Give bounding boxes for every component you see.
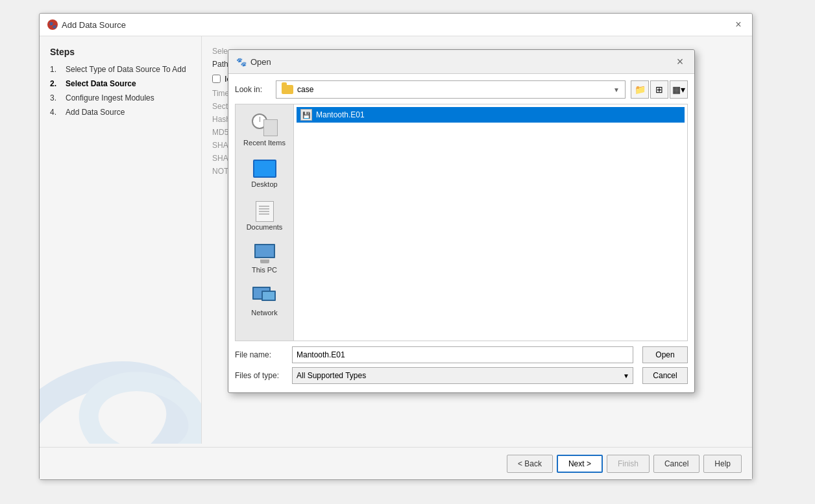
recent-items-icon [252,114,278,136]
main-window-title-text: Add Data Source [62,20,126,30]
recent-items-label: Recent Items [243,139,286,147]
file-icon: 💾 [300,109,312,121]
filename-label: File name: [235,350,287,359]
network-monitor2 [262,291,276,301]
look-in-arrow: ▼ [613,86,620,93]
dialog-titlebar: 🐾 Open × [228,50,694,74]
step-1-num: 1. [50,65,63,74]
step-3-label: Configure Ingest Modules [66,93,154,102]
open-dialog: 🐾 Open × Look in: case ▼ 📁 ⊞ [228,49,695,393]
step-3-num: 3. [50,93,63,102]
doc1 [256,201,274,222]
file-area: 💾 Mantooth.E01 [294,104,687,341]
watermark [40,327,201,444]
step-3: 3. Configure Ingest Modules [50,93,191,102]
network-label: Network [251,309,277,317]
back-button[interactable]: < Back [507,455,553,473]
toolbar-icons: 📁 ⊞ ▦▾ [631,80,688,99]
filetype-select[interactable]: All Supported Types [292,367,633,384]
new-folder-button[interactable]: 📁 [631,80,649,99]
dialog-close-button[interactable]: × [674,55,687,68]
desktop-label: Desktop [251,180,277,188]
main-close-button[interactable]: × [733,19,744,30]
filetype-select-wrapper: All Supported Types ▼ [292,367,633,384]
main-window: 🐾 Add Data Source × Steps 1. Select Type… [39,13,753,480]
look-in-select[interactable]: case ▼ [276,80,626,99]
step-2-label: Select Data Source [66,79,136,88]
network-icon [252,287,277,306]
filetype-label: Files of type: [235,371,287,380]
cancel-btn-col: Cancel [642,367,688,384]
main-area: Recent Items Desktop Documents [235,104,688,341]
folder-icon [282,85,293,94]
dialog-title-text: Open [250,57,271,67]
this-pc-label: This PC [252,266,277,274]
filename-input[interactable] [292,346,633,363]
app-icon: 🐾 [47,19,58,30]
button-bar: < Back Next > Finish Cancel Help [40,447,752,479]
look-in-label: Look in: [235,85,271,94]
nav-recent-items[interactable]: Recent Items [239,110,291,150]
documents-icon [253,201,276,221]
dialog-buttons: Open [642,346,688,363]
file-item-name: Mantooth.E01 [316,110,365,119]
filetype-row: Files of type: All Supported Types ▼ Can… [235,367,688,384]
dialog-cancel-button[interactable]: Cancel [642,367,688,384]
steps-panel: Steps 1. Select Type of Data Source To A… [40,36,202,444]
ignore-checkbox[interactable] [212,75,221,83]
dialog-title-group: 🐾 Open [236,57,271,67]
step-4-num: 4. [50,108,63,117]
open-button[interactable]: Open [642,346,688,363]
bottom-fields: File name: Open Files of type: All Suppo… [235,346,688,384]
nav-desktop[interactable]: Desktop [239,156,291,192]
view-options-button[interactable]: ▦▾ [670,80,688,99]
finish-button[interactable]: Finish [607,455,650,473]
help-button[interactable]: Help [703,455,742,473]
dialog-body: Look in: case ▼ 📁 ⊞ ▦▾ [228,74,694,390]
step-1: 1. Select Type of Data Source To Add [50,65,191,74]
nav-panel: Recent Items Desktop Documents [236,104,294,341]
dialog-app-icon: 🐾 [236,57,247,67]
this-pc-icon [252,244,277,263]
step-1-label: Select Type of Data Source To Add [66,65,186,74]
nav-network[interactable]: Network [239,283,291,320]
steps-title: Steps [50,47,191,57]
next-button[interactable]: Next > [557,455,603,473]
step-4-label: Add Data Source [66,108,125,117]
file-item-mantooth[interactable]: 💾 Mantooth.E01 [297,107,685,123]
monitor [254,244,275,258]
view-toggle-button[interactable]: ⊞ [650,80,668,99]
nav-documents[interactable]: Documents [239,197,291,235]
steps-list: 1. Select Type of Data Source To Add 2. … [50,65,191,117]
nav-this-pc[interactable]: This PC [239,240,291,278]
step-2-num: 2. [50,79,63,88]
main-titlebar: 🐾 Add Data Source × [40,14,752,36]
look-in-row: Look in: case ▼ 📁 ⊞ ▦▾ [235,80,688,99]
step-4: 4. Add Data Source [50,108,191,117]
look-in-value: case [297,85,313,94]
stand [260,259,269,263]
documents-label: Documents [247,223,283,231]
desktop-icon [253,160,276,178]
look-in-inner: case [282,85,313,94]
filename-row: File name: Open [235,346,688,363]
cancel-button[interactable]: Cancel [653,455,699,473]
doc-icon [263,119,278,136]
step-2: 2. Select Data Source [50,79,191,88]
main-title-group: 🐾 Add Data Source [47,19,126,30]
